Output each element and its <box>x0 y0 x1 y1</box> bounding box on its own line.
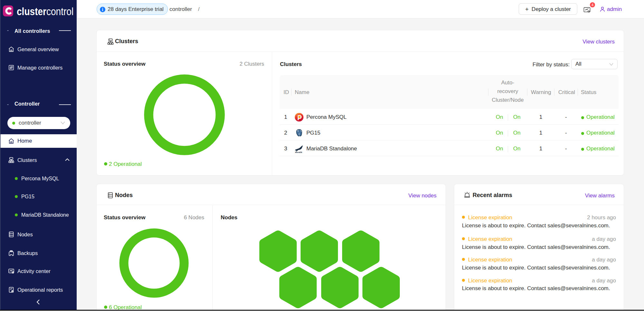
svg-text:MariaDB: MariaDB <box>295 151 302 153</box>
